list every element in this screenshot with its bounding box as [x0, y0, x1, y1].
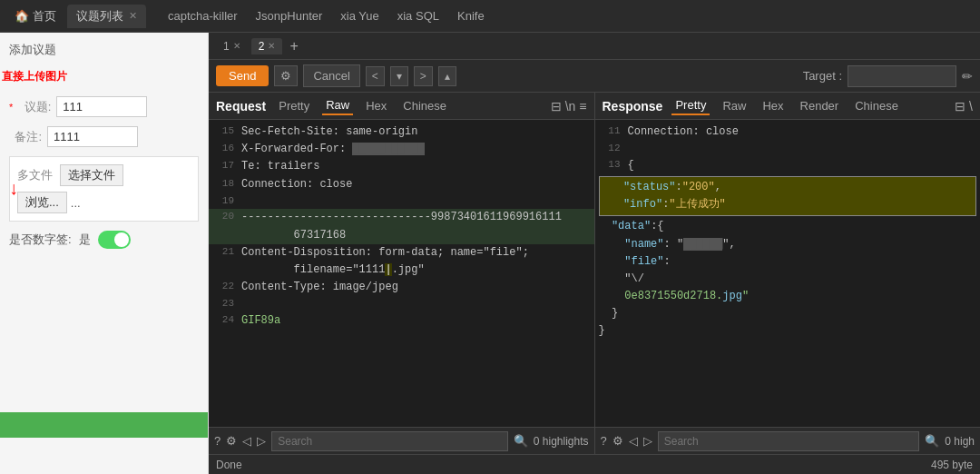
request-bottom-panel: ? ⚙ ◁ ▷ 🔍 0 highlights [209, 428, 594, 454]
plugin-jsonp-hunter[interactable]: JsonpHunter [252, 7, 327, 25]
back-icon-left[interactable]: ◁ [242, 434, 251, 448]
home-nav-item[interactable]: 🏠 首页 [7, 5, 64, 28]
settings-icon-left[interactable]: ⚙ [226, 434, 237, 448]
search-icon-right[interactable]: 🔍 [925, 434, 939, 448]
note-label: 备注: [9, 129, 42, 145]
forward-icon-right[interactable]: ▷ [643, 434, 652, 448]
response-tab-hex[interactable]: Hex [759, 97, 787, 114]
required-star: * [9, 102, 13, 113]
file-section: 多文件 选择文件 浏览... ... [9, 156, 199, 222]
response-tab-raw[interactable]: Raw [719, 97, 750, 114]
settings-icon-right[interactable]: ⚙ [612, 434, 623, 448]
code-line: 17 Te: trailers [209, 158, 594, 175]
status-done: Done [216, 459, 242, 471]
request-icon-2[interactable]: \n [565, 99, 576, 114]
code-line: 19 [209, 193, 594, 210]
sub-tab-2-close[interactable]: ✕ [268, 41, 275, 51]
request-tab-hex[interactable]: Hex [362, 97, 390, 114]
sub-tab-1-label: 1 [223, 40, 230, 53]
request-bottom-bar: ? ⚙ ◁ ▷ 🔍 0 highlights [209, 427, 594, 454]
response-bottom-panel: ? ⚙ ◁ ▷ 🔍 0 high [595, 428, 981, 454]
response-search-input[interactable] [658, 431, 920, 451]
request-icon-1[interactable]: ⊟ [551, 99, 562, 114]
back-icon-right[interactable]: ◁ [629, 434, 638, 448]
response-toggle-icon[interactable]: ⊟ [955, 99, 965, 114]
note-input[interactable] [47, 126, 138, 147]
submit-bar[interactable] [0, 412, 208, 438]
home-label: 首页 [33, 8, 56, 25]
plugin-captcha-killer[interactable]: captcha-killer [164, 7, 241, 25]
digital-sign-toggle[interactable] [98, 231, 131, 249]
title-input[interactable] [56, 96, 147, 117]
send-button[interactable]: Send [216, 65, 269, 86]
sub-tabs-bar: 1 ✕ 2 ✕ + [209, 33, 980, 60]
request-tab-raw[interactable]: Raw [322, 96, 353, 115]
code-line: "info":"上传成功" [607, 196, 969, 213]
code-line: "name": "██████", [595, 236, 981, 253]
response-tab-pretty[interactable]: Pretty [671, 96, 710, 115]
toolbar: Send ⚙ Cancel < ▾ > ▴ Target : ✏ [209, 60, 980, 93]
search-icon-left[interactable]: 🔍 [514, 434, 528, 448]
request-title: Request [216, 99, 266, 114]
panels: Request Pretty Raw Hex Chinese ⊟ \n ≡ 15… [209, 93, 980, 454]
response-code-area[interactable]: 11 Connection: close 12 13 { "sta [595, 120, 981, 427]
code-line: 22 Content-Type: image/jpeg [209, 279, 594, 296]
plugin-xia-sql[interactable]: xia SQL [394, 7, 443, 25]
request-tab-chinese[interactable]: Chinese [399, 97, 450, 114]
sub-tab-2[interactable]: 2 ✕ [251, 38, 283, 54]
request-icon-3[interactable]: ≡ [579, 99, 586, 114]
code-line: "data":{ [595, 218, 981, 235]
code-line: 13 { [595, 157, 981, 174]
request-tab-pretty[interactable]: Pretty [275, 97, 313, 114]
code-line: } [595, 322, 981, 340]
response-panel: Response Pretty Raw Hex Render Chinese ⊟… [595, 93, 981, 454]
code-line: "file": [595, 253, 981, 271]
nav-up-button[interactable]: ▴ [438, 66, 456, 86]
target-input[interactable] [848, 65, 956, 87]
note-row: 备注: [9, 126, 199, 147]
sub-tab-1-close[interactable]: ✕ [233, 41, 240, 51]
response-title: Response [603, 99, 663, 114]
browse-row: 浏览... ... [17, 192, 191, 213]
main-layout: 添加议题 直接上传图片 ↓ * 议题: 备注: 多文件 选择文件 浏览... .… [0, 33, 980, 474]
response-panel-icons: ⊟ \ [955, 99, 973, 114]
add-tab-button[interactable]: + [286, 38, 301, 54]
gear-button[interactable]: ⚙ [274, 65, 298, 86]
issue-list-close-icon[interactable]: ✕ [129, 10, 137, 22]
top-nav: 🏠 首页 议题列表 ✕ captcha-killer JsonpHunter x… [0, 0, 980, 33]
response-tab-chinese[interactable]: Chinese [851, 97, 902, 114]
forward-icon-left[interactable]: ▷ [257, 434, 266, 448]
response-bottom-bar: ? ⚙ ◁ ▷ 🔍 0 high [595, 427, 981, 454]
issue-list-tab[interactable]: 议题列表 ✕ [67, 5, 146, 28]
toggle-yes-label: 是 [79, 232, 91, 248]
plugin-knife[interactable]: Knife [454, 7, 488, 25]
nav-down-button[interactable]: ▾ [390, 66, 408, 86]
request-header: Request Pretty Raw Hex Chinese ⊟ \n ≡ [209, 93, 594, 120]
request-code-area[interactable]: 15 Sec-Fetch-Site: same-origin 16 X-Forw… [209, 120, 594, 427]
browse-dots: ... [71, 196, 81, 210]
choose-file-button[interactable]: 选择文件 [60, 164, 123, 186]
browse-button[interactable]: 浏览... [17, 192, 67, 213]
response-tab-render[interactable]: Render [797, 97, 843, 114]
target-area: Target : ✏ [803, 65, 973, 87]
response-newline-icon[interactable]: \ [969, 99, 973, 114]
title-row: * 议题: [9, 96, 199, 117]
request-search-input[interactable] [271, 431, 508, 451]
cancel-button[interactable]: Cancel [303, 64, 359, 87]
status-size: 495 byte [931, 459, 973, 471]
sub-tab-1[interactable]: 1 ✕ [216, 38, 248, 54]
code-line: 23 [209, 296, 594, 312]
help-icon-right[interactable]: ? [601, 434, 607, 448]
back-button[interactable]: < [366, 66, 385, 86]
help-icon-left[interactable]: ? [214, 434, 220, 448]
code-line: } [595, 305, 981, 322]
issue-list-label: 议题列表 [76, 8, 123, 25]
edit-target-icon[interactable]: ✏ [962, 69, 973, 84]
request-panel: Request Pretty Raw Hex Chinese ⊟ \n ≡ 15… [209, 93, 595, 454]
plugin-xia-yue[interactable]: xia Yue [337, 7, 382, 25]
forward-button[interactable]: > [414, 66, 433, 86]
code-line: 18 Connection: close [209, 176, 594, 193]
toggle-knob [114, 232, 129, 247]
sub-tab-2-label: 2 [259, 40, 265, 53]
add-issue-button[interactable]: 添加议题 [9, 42, 56, 58]
